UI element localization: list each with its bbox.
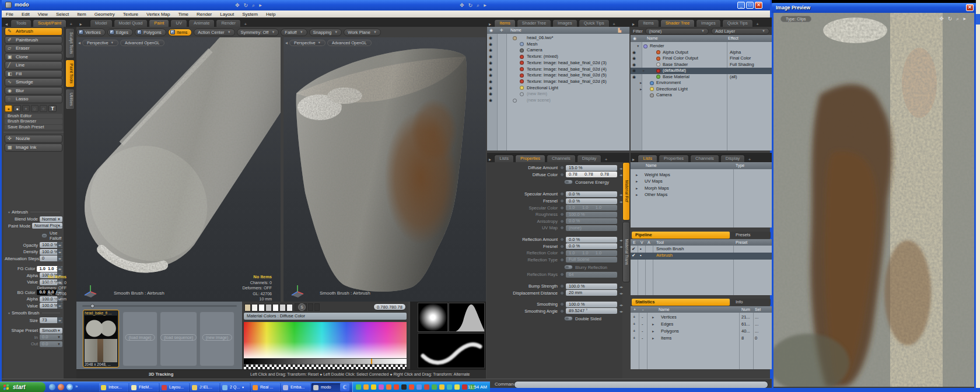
- use-falloff-checkbox[interactable]: [41, 233, 47, 238]
- eye-icon[interactable]: ◉: [489, 79, 492, 84]
- layout-tab[interactable]: Paint: [149, 19, 169, 27]
- collapse-minus[interactable]: -: [642, 335, 643, 341]
- collapse-icon[interactable]: ▾: [8, 210, 10, 214]
- task-button[interactable]: Layou...: [160, 383, 189, 391]
- tray-icon[interactable]: [416, 384, 422, 390]
- preset-column-header[interactable]: Preset: [736, 239, 747, 246]
- zoom-icon[interactable]: ⌕: [956, 16, 959, 22]
- shader-row[interactable]: ► Environment: [631, 80, 772, 86]
- view-type-button[interactable]: Perspective▼: [289, 40, 326, 46]
- tray-icon[interactable]: [439, 384, 444, 390]
- add-layout-tab[interactable]: +: [69, 22, 72, 27]
- stat-row[interactable]: + - ► Vertices 21... ...: [631, 314, 772, 321]
- color-swatch[interactable]: [279, 304, 286, 312]
- layout-tab[interactable]: Render: [216, 19, 241, 27]
- map-row[interactable]: ► UV Maps: [631, 178, 772, 185]
- more-icon[interactable]: ▶: [259, 2, 262, 9]
- channel-button[interactable]: [560, 291, 564, 295]
- tool-button[interactable]: ▱Eraser: [5, 44, 62, 52]
- channel-button[interactable]: [560, 199, 564, 203]
- value-field[interactable]: 0.0▼: [40, 341, 62, 347]
- shader-row[interactable]: ◉ ► (defaultMat): [631, 68, 772, 74]
- visible-dot[interactable]: •: [640, 246, 642, 251]
- num-column-header[interactable]: Num: [741, 306, 750, 313]
- channel-button[interactable]: [560, 237, 564, 242]
- tray-icon[interactable]: [401, 384, 407, 390]
- eye-icon[interactable]: ◉: [489, 36, 492, 40]
- menu-item[interactable]: Geometry: [90, 12, 119, 17]
- side-tab[interactable]: Utilities: [65, 89, 75, 110]
- channel-button[interactable]: [560, 284, 564, 288]
- more-icon[interactable]: ▶: [963, 16, 966, 22]
- value-field[interactable]: 0.0 %◂▸: [566, 198, 617, 204]
- quicklaunch-overflow[interactable]: »: [75, 384, 78, 390]
- shader-row[interactable]: ◉ Final Color Output Final Color: [631, 55, 772, 62]
- preview-titlebar[interactable]: Image Preview ✕: [772, 3, 976, 13]
- zoom-icon[interactable]: ⌕: [477, 2, 480, 9]
- value-field[interactable]: 0.0 %◂▸: [566, 243, 617, 249]
- panel-tab[interactable]: Properties: [515, 155, 545, 162]
- value-field[interactable]: 89.5247 °◂▸: [566, 308, 617, 314]
- collapse-minus[interactable]: -: [642, 328, 643, 334]
- tool-button[interactable]: ✎Airbrush: [5, 27, 62, 36]
- tab-scroll-left[interactable]: ◂: [5, 22, 8, 27]
- presets-header[interactable]: Presets: [731, 232, 771, 239]
- statistics-header[interactable]: Statistics: [632, 299, 730, 306]
- value-field[interactable]: 20 mm◂▸: [566, 290, 617, 296]
- enable-check[interactable]: ✔: [632, 253, 635, 258]
- panel-tab[interactable]: Display: [720, 155, 746, 162]
- expand-plus[interactable]: +: [633, 314, 635, 320]
- spinner[interactable]: ◂▸: [57, 256, 62, 261]
- thumb-size-slider[interactable]: [82, 304, 237, 308]
- toolbar-dropdown[interactable]: Symmetry: Off▼: [237, 29, 279, 36]
- start-button[interactable]: start: [0, 382, 46, 392]
- value-field[interactable]: 100.0 %◂▸: [566, 302, 617, 307]
- picker-mode-header[interactable]: Material Colors : Diffuse Color: [244, 313, 407, 320]
- channel-button[interactable]: [560, 309, 564, 313]
- channel-button[interactable]: [560, 173, 564, 177]
- palette-icon[interactable]: ▙: [618, 27, 621, 34]
- value-gradient[interactable]: [244, 359, 407, 364]
- tool-button[interactable]: ∿Smudge: [5, 78, 62, 86]
- shader-row[interactable]: ◉ Base Shader Full Shading: [631, 62, 772, 68]
- pipeline-row[interactable]: ✔ • Smooth Brush: [631, 246, 772, 253]
- tray-icon[interactable]: [371, 384, 376, 390]
- item-row[interactable]: ◉ Texture: Image: head_bake_final_02d (5…: [487, 72, 629, 79]
- value-field[interactable]: 100.0 %◂▸: [40, 242, 62, 248]
- tray-icon[interactable]: [409, 384, 414, 390]
- add-tab[interactable]: +: [605, 157, 608, 162]
- color-swatch[interactable]: [286, 304, 293, 312]
- name-column-header[interactable]: Name: [510, 27, 522, 34]
- collapse-icon[interactable]: ◂: [285, 40, 288, 46]
- menu-item[interactable]: View: [34, 12, 52, 17]
- eye-icon[interactable]: ◉: [632, 75, 636, 79]
- channel-button[interactable]: [560, 258, 564, 262]
- slider-handle[interactable]: [90, 304, 94, 308]
- toolbar-dropdown[interactable]: Falloff▼: [281, 29, 307, 36]
- rotate-icon[interactable]: ↻: [468, 2, 473, 9]
- item-row[interactable]: ◉ Directional Light: [487, 85, 629, 92]
- load-image-tile[interactable]: (load image): [123, 312, 158, 366]
- layout-tab[interactable]: Model Quad: [114, 19, 148, 27]
- task-button[interactable]: 2 Q... ▾: [220, 383, 250, 391]
- panel-tab[interactable]: Quick Tips: [579, 19, 610, 27]
- brush-tip-soft[interactable]: ●: [5, 105, 12, 112]
- spinner[interactable]: ◂▸: [57, 266, 62, 272]
- menu-item[interactable]: Layout: [216, 12, 238, 17]
- add-tab[interactable]: +: [748, 157, 751, 162]
- name-column-header[interactable]: Name: [659, 306, 670, 313]
- dropdown-field[interactable]: Normal▼: [40, 216, 62, 222]
- color-swatch[interactable]: [258, 304, 265, 312]
- task-button[interactable]: modo: [312, 383, 341, 391]
- spinner[interactable]: ◂▸: [57, 242, 62, 248]
- swatch-save-button[interactable]: S: [298, 303, 306, 311]
- item-row[interactable]: ◉ Mesh: [487, 41, 629, 48]
- toolbar-dropdown[interactable]: Snapping▼: [309, 29, 342, 36]
- item-row[interactable]: ◉ Texture: Image: head_bake_final_02d (3…: [487, 60, 629, 66]
- color-swatch[interactable]: [265, 304, 272, 312]
- channel-button[interactable]: [560, 244, 564, 249]
- eye-icon[interactable]: ◉: [489, 48, 492, 52]
- more-icon[interactable]: ▶: [484, 2, 487, 9]
- tool-column-header[interactable]: Tool: [656, 239, 664, 246]
- value-field[interactable]: 0.0 %◂▸: [566, 191, 617, 197]
